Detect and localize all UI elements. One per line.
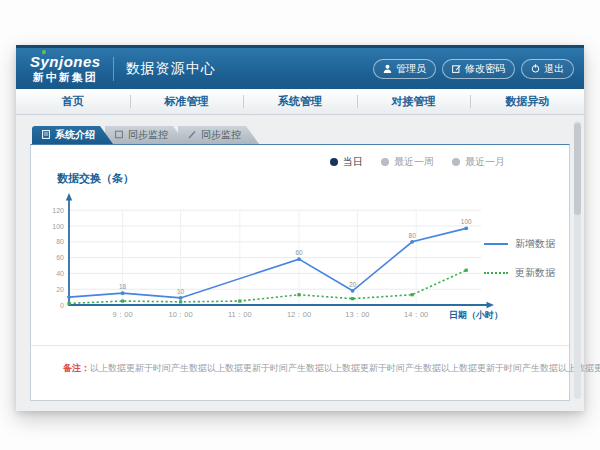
company-logo: Synjones 新中新集团	[30, 54, 113, 83]
svg-text:18: 18	[119, 283, 127, 290]
exchange-line-chart: 0204060801001209：0010：0011：0012：0013：001…	[43, 189, 505, 325]
svg-text:12：00: 12：00	[287, 310, 311, 319]
tab-label: 系统介绍	[55, 128, 95, 142]
monitor-icon	[115, 130, 123, 141]
footnote: 备注：以上数据更新于时间产生数据以上数据更新于时间产生数据以上数据更新于时间产生…	[31, 345, 569, 375]
svg-text:日期（小时）: 日期（小时）	[449, 310, 503, 320]
radio-last-month[interactable]: 最近一月	[452, 155, 505, 169]
svg-text:80: 80	[409, 232, 417, 239]
svg-text:10: 10	[177, 288, 185, 295]
content-scrollbar[interactable]	[574, 121, 581, 399]
svg-text:20: 20	[349, 281, 357, 288]
svg-text:11：00: 11：00	[228, 310, 252, 319]
chart-legend: 新增数据 更新数据	[484, 237, 555, 280]
edit-icon	[452, 64, 461, 73]
radio-dot	[330, 158, 338, 166]
change-password-button[interactable]: 修改密码	[442, 59, 515, 79]
chart-container: 0204060801001209：0010：0011：0012：0013：001…	[43, 189, 505, 329]
radio-today[interactable]: 当日	[330, 155, 363, 169]
footnote-prefix: 备注：	[63, 363, 90, 373]
logout-label: 退出	[544, 62, 564, 76]
footnote-text: 以上数据更新于时间产生数据以上数据更新于时间产生数据以上数据更新于时间产生数据以…	[90, 363, 600, 373]
admin-user-button[interactable]: 管理员	[373, 59, 436, 79]
user-icon	[383, 64, 392, 73]
radio-last-week[interactable]: 最近一周	[381, 155, 434, 169]
svg-text:120: 120	[52, 207, 64, 214]
svg-text:80: 80	[56, 238, 64, 245]
logout-button[interactable]: 退出	[521, 59, 574, 79]
tab-sync-monitor-2[interactable]: 同步监控	[178, 126, 259, 144]
tab-bar: 系统介绍 同步监控 同步监控	[32, 126, 570, 144]
period-radio-group: 当日 最近一周 最近一月	[330, 155, 505, 169]
header-actions: 管理员 修改密码 退出	[373, 59, 574, 79]
svg-text:60: 60	[295, 249, 303, 256]
header-bar: Synjones 新中新集团 数据资源中心 管理员 修改密码	[16, 45, 584, 89]
green-dotted-line-sample	[484, 272, 508, 274]
radio-dot	[452, 158, 460, 166]
document-icon	[42, 130, 50, 141]
app-title: 数据资源中心	[126, 60, 216, 78]
nav-item-standard-mgmt[interactable]: 标准管理	[130, 89, 244, 114]
svg-text:0: 0	[60, 302, 64, 309]
svg-text:20: 20	[56, 286, 64, 293]
admin-user-label: 管理员	[396, 62, 426, 76]
header-divider	[113, 57, 114, 81]
system-intro-panel: 当日 最近一周 最近一月 数据交换（条） 0204060801001209：00…	[30, 144, 570, 401]
content-area: 系统介绍 同步监控 同步监控	[16, 115, 584, 408]
tab-label: 同步监控	[128, 128, 168, 142]
svg-text:40: 40	[56, 270, 64, 277]
page: Synjones 新中新集团 数据资源中心 管理员 修改密码	[0, 0, 600, 450]
radio-dot	[381, 158, 389, 166]
svg-text:60: 60	[56, 254, 64, 261]
scrollbar-thumb[interactable]	[574, 123, 581, 215]
change-password-label: 修改密码	[465, 62, 505, 76]
legend-item-new-data: 新增数据	[484, 237, 555, 251]
svg-text:13：00: 13：00	[345, 310, 369, 319]
tab-label: 同步监控	[201, 128, 241, 142]
main-nav: 首页 标准管理 系统管理 对接管理 数据异动	[16, 89, 584, 115]
power-icon	[531, 64, 540, 73]
nav-item-system-mgmt[interactable]: 系统管理	[243, 89, 357, 114]
legend-item-update-data: 更新数据	[484, 266, 555, 280]
tab-sync-monitor-1[interactable]: 同步监控	[105, 126, 186, 144]
chart-title: 数据交换（条）	[57, 171, 134, 186]
svg-text:100: 100	[52, 223, 64, 230]
app-window: Synjones 新中新集团 数据资源中心 管理员 修改密码	[16, 45, 584, 411]
nav-item-data-change[interactable]: 数据异动	[470, 89, 584, 114]
blue-line-sample	[484, 243, 508, 245]
svg-text:100: 100	[461, 218, 472, 225]
nav-item-home[interactable]: 首页	[16, 89, 130, 114]
svg-text:10：00: 10：00	[169, 310, 193, 319]
pencil-icon	[188, 130, 196, 141]
logo-text-cn: 新中新集团	[33, 72, 98, 83]
nav-item-docking-mgmt[interactable]: 对接管理	[357, 89, 471, 114]
svg-text:14：00: 14：00	[404, 310, 428, 319]
logo-text-en: Synjones	[30, 54, 101, 69]
tab-system-intro[interactable]: 系统介绍	[32, 126, 113, 144]
svg-text:9：00: 9：00	[113, 310, 133, 319]
